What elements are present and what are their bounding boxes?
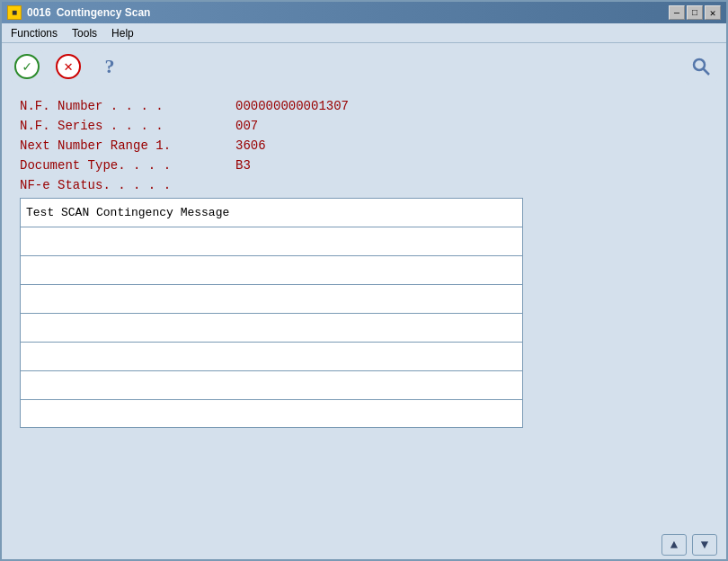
nf-number-label: N.F. Number . . . . [20,99,235,113]
content-area: N.F. Number . . . . 000000000001307 N.F.… [2,90,726,530]
close-button[interactable]: ✕ [705,5,721,20]
next-number-row: Next Number Range 1. 3606 [20,138,708,153]
nf-series-label: N.F. Series . . . . [20,119,235,133]
nf-number-row: N.F. Number . . . . 000000000001307 [20,99,708,113]
document-type-row: Document Type. . . . B3 [20,158,708,173]
scroll-up-button[interactable]: ▲ [661,534,687,556]
message-line-4[interactable] [20,284,523,313]
message-area [20,198,708,428]
svg-line-1 [704,69,710,76]
menu-help[interactable]: Help [106,26,139,40]
x-icon: ✕ [56,54,81,79]
window-id: 0016 [27,6,51,19]
check-icon: ✓ [14,54,40,79]
nfe-status-row: NF-e Status. . . . . [20,178,708,192]
title-bar: ■ 0016 Contingency Scan — □ ✕ [2,2,726,23]
document-type-label: Document Type. . . . [20,158,235,173]
nf-number-value: 000000000001307 [235,99,349,113]
menu-functions[interactable]: Functions [5,26,63,40]
message-line-3[interactable] [20,255,523,284]
message-line-8[interactable] [20,399,523,428]
nf-series-row: N.F. Series . . . . 007 [20,119,708,133]
bottom-nav: ▲ ▼ [2,530,726,559]
scroll-down-button[interactable]: ▼ [692,534,717,556]
help-icon: ? [97,54,122,79]
search-button[interactable] [685,50,717,83]
search-icon [688,54,714,79]
message-line-1[interactable] [20,198,523,227]
help-button[interactable]: ? [93,50,126,83]
message-line-5[interactable] [20,313,523,342]
maximize-button[interactable]: □ [687,5,703,20]
menu-bar: Functions Tools Help [2,23,726,43]
message-line-2[interactable] [20,227,523,255]
window-title: Contingency Scan [57,6,151,19]
nfe-status-label: NF-e Status. . . . . [20,178,235,192]
svg-point-0 [694,59,705,70]
confirm-button[interactable]: ✓ [11,50,43,83]
message-line-7[interactable] [20,370,523,399]
next-number-value: 3606 [235,138,266,153]
window-icon: ■ [7,5,22,20]
next-number-label: Next Number Range 1. [20,138,235,153]
minimize-button[interactable]: — [669,5,685,20]
main-window: ■ 0016 Contingency Scan — □ ✕ Functions … [0,0,728,561]
menu-tools[interactable]: Tools [67,26,102,40]
nf-series-value: 007 [235,119,258,133]
toolbar: ✓ ✕ ? [2,43,726,90]
message-line-6[interactable] [20,342,523,370]
cancel-button[interactable]: ✕ [52,50,84,83]
document-type-value: B3 [235,158,251,173]
